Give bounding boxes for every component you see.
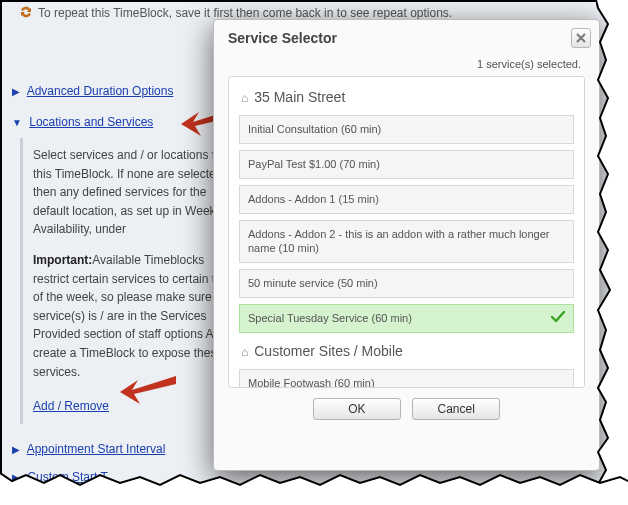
service-item-selected[interactable]: Special Tuesday Service (60 min) [239,304,574,333]
service-item[interactable]: Mobile Footwash (60 min) [239,369,574,388]
service-item[interactable]: Initial Consultation (60 min) [239,115,574,144]
location-heading: ⌂35 Main Street [241,89,574,105]
repeat-icon [20,6,32,18]
close-button[interactable] [571,28,591,48]
locations-services-link[interactable]: Locations and Services [29,115,153,129]
appointment-start-link[interactable]: Appointment Start Interval [27,442,166,456]
location-name: Customer Sites / Mobile [254,343,403,359]
home-icon: ⌂ [241,345,248,359]
check-icon [551,311,565,327]
panel-important-text: Available Timeblocks restrict certain se… [33,253,240,379]
location-heading: ⌂Customer Sites / Mobile [241,343,574,359]
location-name: 35 Main Street [254,89,345,105]
service-item[interactable]: 50 minute service (50 min) [239,269,574,298]
add-remove-link[interactable]: Add / Remove [33,399,109,413]
chevron-right-icon: ▶ [12,472,20,483]
panel-paragraph-2: Important:Available Timeblocks restrict … [33,251,243,381]
accordion-advanced-duration[interactable]: ▶ Advanced Duration Options [12,84,173,98]
home-icon: ⌂ [241,91,248,105]
dialog-title: Service Selector [214,20,599,48]
cancel-button[interactable]: Cancel [412,398,500,420]
ok-button[interactable]: OK [313,398,401,420]
service-item[interactable]: Addons - Addon 1 (15 min) [239,185,574,214]
accordion-locations-services[interactable]: ▼ Locations and Services [12,115,153,129]
custom-start-link[interactable]: Custom Start T [27,470,107,484]
close-icon [576,33,586,43]
service-item-label: Special Tuesday Service (60 min) [248,312,412,324]
advanced-duration-link[interactable]: Advanced Duration Options [27,84,174,98]
accordion-custom-start[interactable]: ▶ Custom Start T [12,470,108,484]
service-item[interactable]: PayPal Test $1.00 (70 min) [239,150,574,179]
service-selector-dialog: Service Selector 1 service(s) selected. … [213,19,600,471]
chevron-right-icon: ▶ [12,86,20,97]
chevron-right-icon: ▶ [12,444,20,455]
torn-edge-decoration [596,0,628,505]
chevron-down-icon: ▼ [12,117,22,128]
panel-paragraph-1: Select services and / or locations for t… [33,146,243,239]
dialog-body: ⌂35 Main Street Initial Consultation (60… [228,76,585,388]
accordion-appointment-start[interactable]: ▶ Appointment Start Interval [12,442,165,456]
dialog-status: 1 service(s) selected. [214,48,599,76]
dialog-buttons: OK Cancel [214,388,599,420]
repeat-hint-text: To repeat this TimeBlock, save it first … [38,6,452,20]
panel-important-label: Important: [33,253,92,267]
service-item[interactable]: Addons - Addon 2 - this is an addon with… [239,220,574,264]
